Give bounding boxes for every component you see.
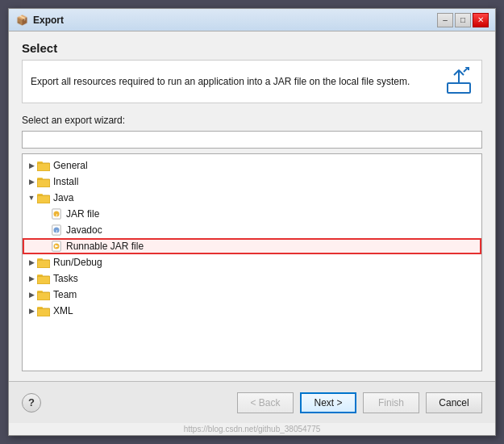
expand-arrow-install[interactable]	[26, 176, 37, 187]
tree-label-run-debug: Run/Debug	[53, 257, 102, 268]
svg-rect-3	[37, 163, 50, 171]
description-bar: Export all resources required to run an …	[22, 60, 482, 103]
svg-rect-9	[37, 195, 50, 203]
search-input[interactable]	[22, 131, 482, 149]
tree-item-install[interactable]: Install	[23, 174, 481, 190]
tree-label-tasks: Tasks	[53, 273, 78, 284]
javadoc-icon: J	[50, 224, 63, 236]
svg-rect-21	[37, 260, 50, 268]
expand-arrow-general[interactable]	[26, 160, 37, 171]
tree-item-run-debug[interactable]: Run/Debug	[23, 254, 481, 270]
window-title: Export	[33, 15, 437, 26]
expand-arrow-runnable	[39, 241, 50, 252]
tree-item-jar-file[interactable]: J JAR file	[23, 206, 481, 222]
window-controls: – □ ✕	[437, 13, 489, 27]
wizard-label: Select an export wizard:	[22, 115, 482, 126]
main-content: Select Export all resources required to …	[9, 31, 495, 381]
help-button[interactable]: ?	[22, 393, 41, 413]
bottom-bar: ? < Back Next > Finish Cancel	[9, 381, 495, 423]
expand-arrow-run-debug[interactable]	[26, 257, 37, 268]
maximize-button[interactable]: □	[455, 13, 471, 27]
tree-label-javadoc: Javadoc	[66, 224, 102, 236]
svg-rect-4	[37, 161, 43, 164]
folder-icon-java	[37, 192, 50, 203]
tree-item-xml[interactable]: XML	[23, 303, 481, 319]
svg-rect-25	[37, 274, 43, 277]
expand-arrow-team[interactable]	[26, 289, 37, 300]
close-button[interactable]: ✕	[473, 13, 489, 27]
tree-container[interactable]: General Install Java	[22, 153, 482, 371]
tree-item-javadoc[interactable]: J Javadoc	[23, 222, 481, 238]
tree-item-tasks[interactable]: Tasks	[23, 270, 481, 287]
description-text: Export all resources required to run an …	[31, 74, 436, 89]
folder-icon-team	[37, 289, 50, 300]
export-dialog: 📦 Export – □ ✕ Select Export all resourc…	[8, 8, 496, 436]
svg-rect-0	[448, 83, 470, 93]
svg-rect-27	[37, 292, 50, 300]
svg-rect-30	[37, 308, 50, 316]
tree-label-jar-file: JAR file	[66, 208, 99, 220]
folder-icon-run-debug	[37, 257, 50, 268]
expand-arrow-java[interactable]	[26, 192, 37, 203]
minimize-button[interactable]: –	[437, 13, 453, 27]
cancel-button[interactable]: Cancel	[426, 392, 482, 413]
back-button[interactable]: < Back	[237, 392, 294, 413]
tree-item-team[interactable]: Team	[23, 287, 481, 303]
svg-rect-28	[37, 291, 43, 293]
tree-label-team: Team	[53, 289, 77, 300]
folder-icon-tasks	[37, 273, 50, 284]
svg-rect-10	[37, 194, 43, 196]
folder-icon-general	[37, 160, 50, 171]
tree-label-runnable-jar: Runnable JAR file	[66, 241, 144, 252]
svg-rect-22	[37, 258, 43, 261]
watermark: https://blog.csdn.net/github_38054775	[9, 423, 495, 435]
expand-arrow-tasks[interactable]	[26, 273, 37, 284]
svg-rect-31	[37, 307, 43, 309]
folder-icon-xml	[37, 305, 50, 316]
folder-icon-install	[37, 176, 50, 187]
expand-arrow-jar	[39, 208, 50, 220]
section-title: Select	[22, 41, 482, 55]
tree-item-runnable-jar[interactable]: Runnable JAR file	[23, 238, 481, 254]
tree-item-general[interactable]: General	[23, 157, 481, 174]
window-icon: 📦	[15, 14, 28, 27]
expand-arrow-javadoc	[39, 224, 50, 236]
finish-button[interactable]: Finish	[363, 392, 419, 413]
next-button[interactable]: Next >	[300, 392, 356, 413]
tree-label-install: Install	[53, 176, 78, 187]
tree-label-java: Java	[53, 192, 73, 203]
tree-label-general: General	[53, 160, 88, 171]
svg-rect-24	[37, 276, 50, 284]
export-icon	[444, 67, 473, 96]
jar-file-icon: J	[50, 208, 63, 220]
tree-label-xml: XML	[53, 305, 73, 316]
title-bar: 📦 Export – □ ✕	[9, 9, 495, 31]
svg-rect-7	[37, 178, 43, 180]
tree-item-java[interactable]: Java	[23, 190, 481, 206]
runnable-jar-icon	[50, 241, 63, 252]
expand-arrow-xml[interactable]	[26, 305, 37, 316]
svg-rect-6	[37, 179, 50, 187]
